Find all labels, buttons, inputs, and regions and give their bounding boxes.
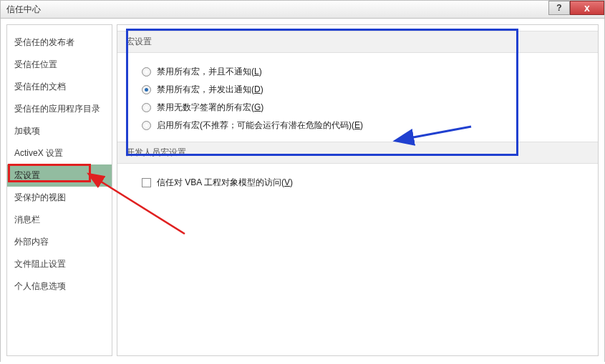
window-buttons: ? x	[548, 1, 604, 15]
macro-settings-header: 宏设置	[117, 31, 598, 53]
sidebar-item[interactable]: 宏设置	[7, 164, 112, 187]
macro-option-row[interactable]: 禁用无数字签署的所有宏(G)	[142, 99, 598, 117]
close-button[interactable]: x	[570, 1, 604, 15]
sidebar-item[interactable]: 受信任的发布者	[7, 31, 112, 54]
macro-option-label: 启用所有宏(不推荐；可能会运行有潜在危险的代码)(E)	[157, 119, 363, 132]
radio-icon[interactable]	[142, 85, 151, 94]
sidebar-item[interactable]: 外部内容	[7, 231, 112, 253]
macro-option-row[interactable]: 启用所有宏(不推荐；可能会运行有潜在危险的代码)(E)	[142, 117, 598, 134]
close-icon: x	[584, 2, 590, 14]
sidebar-item[interactable]: 个人信息选项	[7, 275, 112, 297]
radio-icon[interactable]	[142, 103, 151, 112]
help-icon: ?	[556, 3, 561, 13]
sidebar-item[interactable]: 消息栏	[7, 209, 112, 231]
window-title: 信任中心	[1, 4, 41, 16]
macro-option-row[interactable]: 禁用所有宏，并且不通知(L)	[142, 63, 598, 81]
content-pane: 宏设置 禁用所有宏，并且不通知(L)禁用所有宏，并发出通知(D)禁用无数字签署的…	[117, 24, 599, 356]
developer-settings-header: 开发人员宏设置	[117, 142, 598, 164]
vba-trust-label: 信任对 VBA 工程对象模型的访问(V)	[157, 177, 293, 189]
developer-settings-body: 信任对 VBA 工程对象模型的访问(V)	[117, 171, 598, 199]
vba-trust-row[interactable]: 信任对 VBA 工程对象模型的访问(V)	[142, 174, 598, 192]
macro-option-label: 禁用无数字签署的所有宏(G)	[157, 102, 263, 114]
sidebar-item[interactable]: ActiveX 设置	[7, 142, 112, 164]
sidebar-item[interactable]: 受信任位置	[7, 54, 112, 76]
vba-trust-checkbox[interactable]	[142, 178, 151, 187]
macro-settings-body: 禁用所有宏，并且不通知(L)禁用所有宏，并发出通知(D)禁用无数字签署的所有宏(…	[117, 60, 598, 142]
sidebar: 受信任的发布者受信任位置受信任的文档受信任的应用程序目录加载项ActiveX 设…	[6, 24, 112, 356]
help-button[interactable]: ?	[548, 1, 570, 15]
sidebar-item[interactable]: 受信任的应用程序目录	[7, 98, 112, 120]
macro-option-label: 禁用所有宏，并发出通知(D)	[157, 84, 263, 96]
sidebar-item[interactable]: 文件阻止设置	[7, 253, 112, 275]
titlebar: 信任中心 ? x	[0, 0, 605, 19]
sidebar-item[interactable]: 受信任的文档	[7, 76, 112, 98]
radio-icon[interactable]	[142, 67, 151, 77]
macro-option-row[interactable]: 禁用所有宏，并发出通知(D)	[142, 81, 598, 99]
sidebar-item[interactable]: 受保护的视图	[7, 187, 112, 209]
sidebar-item[interactable]: 加载项	[7, 120, 112, 142]
dialog-body: 受信任的发布者受信任位置受信任的文档受信任的应用程序目录加载项ActiveX 设…	[0, 19, 605, 362]
radio-icon[interactable]	[142, 121, 151, 130]
macro-option-label: 禁用所有宏，并且不通知(L)	[157, 66, 262, 78]
